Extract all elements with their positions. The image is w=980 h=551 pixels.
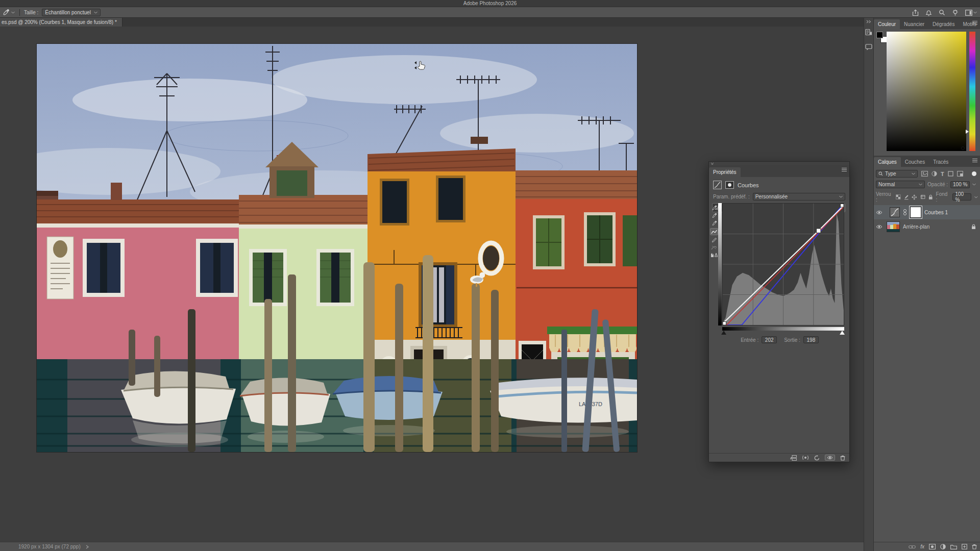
chevron-right-icon[interactable]	[86, 545, 89, 549]
visibility-eye-icon	[827, 456, 833, 460]
notifications-bell-icon[interactable]	[925, 9, 932, 16]
delete-layer-trash-icon[interactable]	[972, 544, 977, 549]
lock-label: Verrou :	[876, 191, 893, 203]
input-gradient-ramp	[722, 327, 844, 331]
layer-filter-type-dropdown[interactable]: Type	[876, 170, 918, 178]
search-icon[interactable]	[939, 9, 945, 16]
blend-mode-dropdown[interactable]: Normal	[876, 181, 925, 188]
chevron-down-icon	[11, 11, 15, 14]
tool-preset-picker[interactable]	[0, 9, 15, 16]
history-panel-icon[interactable]	[865, 29, 872, 36]
lock-all-icon[interactable]	[928, 194, 933, 200]
chevron-down-icon	[919, 183, 922, 186]
lock-transparency-icon[interactable]	[896, 194, 900, 199]
tab-nuancier[interactable]: Nuancier	[900, 19, 928, 29]
filter-type-layers-icon[interactable]: T	[941, 171, 944, 177]
curves-grid-icon	[713, 181, 722, 189]
document-tab[interactable]: es.psd @ 200% (Courbes 1, Masque de fusi…	[0, 18, 122, 27]
hue-slider[interactable]	[969, 32, 975, 151]
layer-image-thumbnail[interactable]	[887, 221, 900, 232]
panel-menu-icon[interactable]	[972, 158, 978, 163]
workspace-icon	[965, 10, 972, 16]
chevron-down-icon[interactable]	[974, 196, 978, 198]
layer-style-fx-icon[interactable]: fx	[920, 544, 924, 549]
link-layers-icon[interactable]	[909, 545, 916, 549]
clip-to-layer-icon[interactable]	[790, 455, 797, 461]
tab-couches[interactable]: Couches	[901, 157, 929, 167]
chevron-down-icon[interactable]	[972, 183, 976, 186]
layer-filtering-toggle[interactable]	[972, 171, 976, 176]
workspace-switcher[interactable]	[965, 10, 977, 16]
hue-slider-marker[interactable]	[966, 130, 969, 134]
black-point-eyedropper-icon[interactable]	[712, 205, 717, 211]
discover-lightbulb-icon[interactable]	[952, 9, 959, 16]
filter-adjustment-layers-icon[interactable]	[932, 171, 937, 177]
new-layer-icon[interactable]	[962, 544, 967, 549]
panel-menu-icon[interactable]	[972, 20, 978, 25]
tab-couleur[interactable]: Couleur	[874, 19, 900, 29]
view-previous-state-icon[interactable]	[802, 455, 809, 460]
filter-smart-objects-icon[interactable]	[957, 171, 963, 177]
lock-position-icon[interactable]	[912, 194, 917, 200]
edit-points-curve-tool[interactable]	[710, 228, 718, 235]
gray-point-eyedropper-icon[interactable]	[712, 213, 717, 218]
visibility-eye-icon[interactable]	[876, 224, 883, 229]
mask-link-icon[interactable]	[903, 209, 907, 216]
collapsed-panel-dock	[864, 18, 874, 551]
color-field-selector[interactable]	[961, 146, 965, 150]
adjustment-title: Courbes	[738, 182, 759, 188]
app-title-bar: Adobe Photoshop 2026	[0, 0, 980, 7]
expand-panels-icon[interactable]	[866, 20, 871, 23]
highlight-input-slider[interactable]	[840, 331, 845, 335]
visibility-eye-icon[interactable]	[876, 210, 883, 215]
delete-adjustment-trash-icon[interactable]	[840, 455, 845, 461]
layer-name[interactable]: Courbes 1	[924, 210, 948, 215]
preset-label: Param. prédéf. :	[713, 194, 750, 199]
layer-name[interactable]: Arrière-plan	[903, 224, 929, 230]
divider	[19, 9, 20, 16]
histogram-clipping-icon[interactable]	[710, 252, 718, 258]
curves-graph[interactable]	[722, 203, 844, 325]
pencil-draw-curve-icon[interactable]	[712, 237, 717, 243]
saturation-brightness-field[interactable]	[887, 32, 966, 151]
share-icon[interactable]	[912, 9, 919, 16]
tab-proprietes[interactable]: Propriétés	[709, 167, 741, 177]
tab-calques[interactable]: Calques	[874, 157, 901, 167]
preset-dropdown[interactable]: Personnalisée	[753, 193, 845, 201]
curves-adjustment-thumbnail[interactable]	[890, 207, 900, 217]
properties-panel: Propriétés Courbes Param. prédéf. : Pers…	[708, 161, 850, 462]
color-panel: Couleur Nuancier Dégradés Motifs	[874, 18, 980, 156]
layer-row-arriere-plan[interactable]: Arrière-plan	[874, 219, 980, 234]
foreground-color-swatch[interactable]	[876, 32, 883, 38]
shadow-input-slider[interactable]	[721, 331, 726, 335]
fill-label: Fond :	[936, 191, 950, 203]
tab-degrades[interactable]: Dégradés	[928, 19, 959, 29]
output-value[interactable]: 198	[803, 336, 819, 343]
tool-options-bar: Taille : Échantillon ponctuel	[0, 7, 980, 18]
add-mask-icon[interactable]	[929, 544, 936, 549]
sample-size-label: Taille :	[24, 10, 38, 15]
panel-menu-icon[interactable]	[841, 167, 847, 172]
tab-traces[interactable]: Tracés	[929, 157, 952, 167]
smooth-curve-icon[interactable]	[711, 245, 717, 250]
new-adjustment-layer-icon[interactable]	[940, 544, 946, 549]
lock-artboard-icon[interactable]	[920, 194, 925, 199]
comments-panel-icon[interactable]	[865, 44, 872, 51]
sample-size-dropdown[interactable]: Échantillon ponctuel	[42, 9, 101, 16]
filter-shape-layers-icon[interactable]	[948, 171, 953, 177]
foreground-background-swatches[interactable]	[876, 32, 888, 44]
reset-adjustment-icon[interactable]	[814, 455, 820, 461]
layer-row-courbes-1[interactable]: Courbes 1	[874, 205, 980, 219]
opacity-value[interactable]: 100 %	[950, 181, 970, 188]
white-point-eyedropper-icon[interactable]	[712, 220, 717, 226]
lock-paint-icon[interactable]	[904, 194, 909, 200]
filter-pixel-layers-icon[interactable]	[921, 171, 928, 177]
input-value[interactable]: 202	[762, 336, 777, 343]
new-group-folder-icon[interactable]	[950, 544, 957, 549]
curve-icon	[711, 230, 717, 234]
layer-mask-thumbnail[interactable]	[910, 207, 921, 218]
toggle-visibility-button[interactable]	[825, 455, 835, 461]
fill-value[interactable]: 100 %	[952, 193, 971, 201]
doc-dimensions: 1920 px x 1304 px (72 ppp)	[18, 544, 81, 549]
document-canvas[interactable]: LA4737D	[37, 44, 637, 452]
